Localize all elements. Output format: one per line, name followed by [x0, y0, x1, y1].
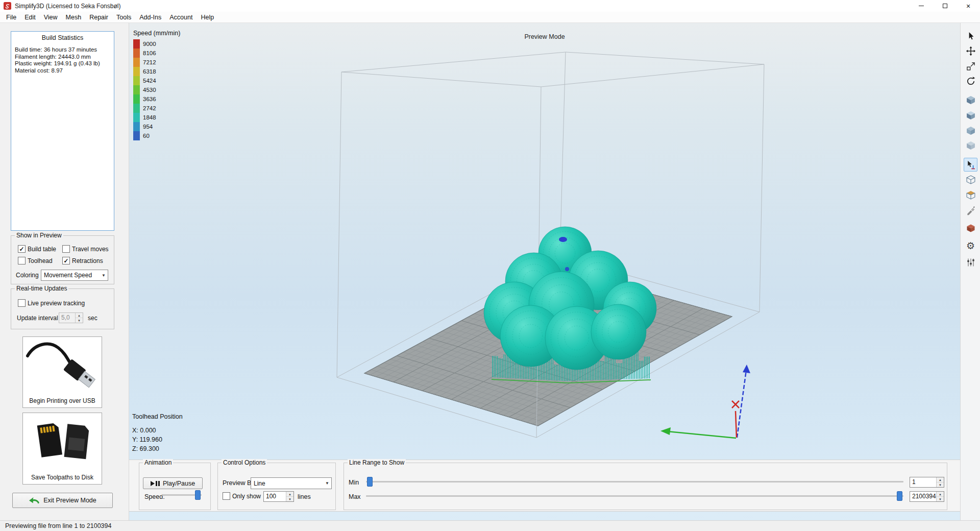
wireframe-view-button[interactable] — [964, 173, 977, 186]
only-show-spinner[interactable]: 100 ▲ ▼ — [263, 491, 294, 502]
legend-entry: 4530 — [133, 85, 180, 94]
control-options-title: Control Options — [222, 459, 267, 466]
begin-printing-usb-button[interactable]: Begin Printing over USB — [22, 336, 102, 408]
menu-item-tools[interactable]: Tools — [112, 12, 135, 23]
coloring-dropdown[interactable]: Movement Speed ▼ — [41, 270, 108, 281]
view-top-button[interactable] — [964, 108, 977, 122]
spinner-down-icon[interactable]: ▼ — [286, 497, 293, 501]
legend-entry: 9000 — [133, 39, 180, 49]
slider-track[interactable] — [366, 481, 903, 482]
speed-color-swatch — [133, 76, 140, 85]
close-button[interactable]: × — [957, 0, 980, 12]
only-show-checkbox[interactable] — [223, 492, 230, 500]
spinner-up-icon[interactable]: ▲ — [286, 492, 293, 497]
stat-filament-length: Filament length: 24443.0 mm — [15, 54, 114, 61]
legend-entry: 954 — [133, 122, 180, 131]
view-isometric-button[interactable] — [964, 93, 977, 107]
max-line-slider[interactable] — [366, 491, 903, 501]
play-pause-label: Play/Pause — [163, 480, 195, 487]
preview-by-dropdown[interactable]: Line ▼ — [251, 477, 332, 489]
animation-title: Animation — [143, 459, 173, 466]
nozzle-tool-button[interactable] — [964, 203, 977, 217]
minimize-button[interactable] — [910, 0, 933, 12]
min-label: Min — [349, 479, 359, 486]
settings-button[interactable]: ⚙ — [964, 239, 977, 253]
simplify3d-window: Simplify3D (Licensed to Seka Fonsbøl) × … — [0, 0, 980, 531]
preview-3d-view[interactable] — [129, 23, 960, 520]
spinner-up-icon[interactable]: ▲ — [937, 492, 944, 497]
cross-section-icon — [966, 190, 976, 200]
speed-legend-title: Speed (mm/min) — [133, 30, 180, 37]
machine-control-button[interactable] — [964, 255, 977, 269]
spinner-down-icon[interactable]: ▼ — [937, 482, 944, 487]
settings-gear-icon: ⚙ — [966, 241, 975, 251]
spinner-down-icon[interactable]: ▼ — [76, 318, 83, 323]
menu-item-view[interactable]: View — [40, 12, 62, 23]
line-range-group: Line Range to Show Min 1 ▲ ▼ Max — [344, 463, 947, 510]
legend-entry: 2742 — [133, 104, 180, 113]
lines-label: lines — [298, 493, 311, 500]
menu-item-account[interactable]: Account — [165, 12, 197, 23]
toolhead-position-readout: Toolhead Position X: 0.000 Y: 119.960 Z:… — [132, 412, 183, 453]
speed-legend: Speed (mm/min) 9000 8106 7212 6318 5424 … — [133, 30, 180, 140]
min-line-spinner[interactable]: 1 ▲ ▼ — [910, 477, 944, 488]
build-table-checkbox[interactable]: ✓ — [18, 245, 26, 253]
move-tool-button[interactable] — [964, 44, 977, 58]
maximize-icon — [943, 4, 947, 8]
travel-moves-checkbox[interactable] — [62, 245, 70, 253]
exit-preview-mode-button[interactable]: Exit Preview Mode — [12, 493, 113, 508]
save-toolpaths-button[interactable]: Save Toolpaths to Disk — [22, 413, 102, 485]
view-toolbar: ⚙ — [960, 23, 980, 520]
view-front-button[interactable] — [964, 124, 977, 137]
slider-handle[interactable] — [367, 477, 373, 487]
menu-item-addins[interactable]: Add-Ins — [135, 12, 165, 23]
menu-item-file[interactable]: File — [2, 12, 20, 23]
update-interval-spinner[interactable]: 5,0 ▲ ▼ — [59, 312, 83, 323]
retractions-label: Retractions — [72, 257, 103, 264]
toolhead-checkbox[interactable] — [18, 257, 26, 264]
select-tool-button[interactable] — [964, 29, 977, 43]
toolhead-position-title: Toolhead Position — [132, 412, 183, 421]
spinner-down-icon[interactable]: ▼ — [937, 497, 944, 501]
build-statistics-panel: Build Statistics Build time: 36 hours 37… — [11, 31, 114, 231]
scale-tool-button[interactable] — [964, 59, 977, 73]
spinner-up-icon[interactable]: ▲ — [937, 477, 944, 482]
menu-item-repair[interactable]: Repair — [85, 12, 112, 23]
play-pause-icon — [151, 481, 160, 486]
spinner-up-icon[interactable]: ▲ — [76, 313, 83, 318]
toolhead-z: Z: 69.300 — [132, 444, 183, 453]
speed-color-swatch — [133, 104, 140, 113]
pointer-position-tool-button[interactable] — [964, 158, 977, 172]
maximize-button[interactable] — [933, 0, 957, 12]
slider-handle[interactable] — [195, 490, 201, 500]
status-bar: Previewing file from line 1 to 2100394 — [0, 520, 980, 531]
rotate-tool-button[interactable] — [964, 74, 977, 88]
live-preview-checkbox[interactable] — [18, 299, 26, 307]
exit-preview-mode-label: Exit Preview Mode — [43, 497, 96, 504]
min-line-slider[interactable] — [366, 477, 903, 487]
slider-handle[interactable] — [897, 491, 902, 501]
retractions-checkbox[interactable]: ✓ — [62, 257, 70, 264]
menu-item-mesh[interactable]: Mesh — [62, 12, 86, 23]
exit-arrow-icon — [29, 496, 40, 504]
app-logo-icon — [4, 2, 11, 10]
support-tool-button[interactable] — [964, 221, 977, 235]
update-interval-label: Update interval — [17, 315, 58, 322]
speed-color-swatch — [133, 58, 140, 67]
stat-plastic-weight: Plastic weight: 194.91 g (0.43 lb) — [15, 60, 114, 67]
toolhead-y: Y: 119.960 — [132, 435, 183, 444]
menu-item-help[interactable]: Help — [197, 12, 218, 23]
travel-moves-label: Travel moves — [72, 246, 109, 253]
max-line-spinner[interactable]: 2100394 ▲ ▼ — [910, 491, 944, 502]
select-tool-icon — [966, 31, 976, 41]
build-statistics-title: Build Statistics — [11, 34, 114, 41]
play-pause-button[interactable]: Play/Pause — [143, 477, 203, 489]
cross-section-button[interactable] — [964, 188, 977, 202]
show-in-preview-group: Show in Preview ✓ Build table Travel mov… — [11, 235, 114, 284]
animation-speed-slider[interactable] — [162, 490, 202, 500]
view-side-button[interactable] — [964, 138, 977, 152]
realtime-updates-title: Real-time Updates — [15, 285, 68, 292]
menu-item-edit[interactable]: Edit — [20, 12, 40, 23]
slider-track[interactable] — [366, 495, 903, 497]
model-spheres — [484, 227, 656, 370]
